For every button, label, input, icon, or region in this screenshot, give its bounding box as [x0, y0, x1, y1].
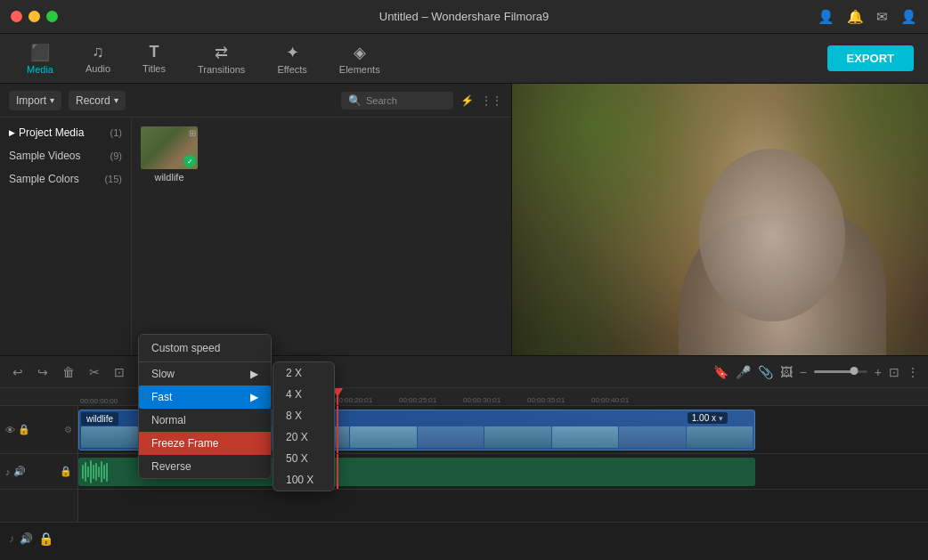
speed-20x[interactable]: 20 X: [273, 426, 334, 448]
media-item-label: wildlife: [141, 172, 198, 183]
minimize-button[interactable]: [28, 11, 40, 22]
context-menu-header: Custom speed: [139, 335, 271, 362]
window-controls[interactable]: [11, 11, 58, 22]
sidebar-sample-videos-count: (9): [110, 150, 122, 161]
record-button[interactable]: Record ▾: [69, 91, 126, 110]
ruler-label-0: 00:00:00:00: [78, 397, 118, 405]
ctx-item-freeze-frame[interactable]: Freeze Frame: [139, 432, 271, 455]
ctx-item-fast[interactable]: Fast ▶: [139, 386, 271, 409]
video-track-label: 👁 🔒 ⚙: [0, 406, 77, 454]
photo-icon[interactable]: 🖼: [780, 365, 793, 379]
ctx-item-reverse[interactable]: Reverse: [139, 455, 271, 478]
add-track-icon[interactable]: 🔒: [38, 532, 53, 546]
zoom-out-icon[interactable]: −: [800, 365, 807, 379]
speed-8x[interactable]: 8 X: [273, 405, 334, 426]
speed-100x[interactable]: 100 X: [273, 469, 334, 491]
eye-icon[interactable]: 👁: [5, 425, 15, 435]
tab-transitions[interactable]: ⇄ Transitions: [185, 39, 257, 78]
notification-icon[interactable]: 🔔: [847, 9, 864, 25]
tab-media[interactable]: ⬛ Media: [14, 39, 66, 78]
ruler-label-8: 00:00:40:01: [591, 396, 629, 404]
tab-media-label: Media: [27, 64, 53, 75]
sidebar-sample-colors-label: Sample Colors: [9, 173, 79, 185]
elements-icon: ◈: [354, 43, 366, 62]
crop-button[interactable]: ⊡: [110, 363, 128, 381]
mail-icon[interactable]: ✉: [876, 9, 888, 25]
ctx-slow-arrow-icon: ▶: [250, 368, 258, 380]
tab-titles-label: Titles: [142, 63, 166, 74]
redo-button[interactable]: ↪: [34, 363, 52, 381]
mic-icon[interactable]: 🎤: [736, 365, 751, 379]
zoom-fill: [814, 370, 854, 373]
import-button[interactable]: Import ▾: [9, 91, 61, 110]
maximize-button[interactable]: [46, 11, 58, 22]
clip-frame: [418, 426, 484, 448]
cut-button[interactable]: ✂: [85, 363, 103, 381]
ruler-mark: 00:00:40:01: [591, 393, 655, 405]
user-icon[interactable]: 👤: [818, 9, 834, 25]
tab-elements[interactable]: ◈ Elements: [327, 39, 393, 78]
sidebar-item-project-media[interactable]: ▶ Project Media (1): [0, 121, 131, 144]
speed-50x[interactable]: 50 X: [273, 448, 334, 469]
titlebar: Untitled – Wondershare Filmora9 👤 🔔 ✉ 👤: [0, 0, 928, 34]
add-track-row: ♪ 🔊 🔒: [0, 522, 928, 554]
bookmark-icon[interactable]: 🔖: [713, 365, 729, 379]
export-button[interactable]: EXPORT: [827, 45, 914, 71]
wave-bar: [87, 467, 89, 476]
tab-audio[interactable]: ♫ Audio: [73, 39, 123, 77]
wave-bar: [95, 463, 97, 481]
zoom-thumb[interactable]: [850, 367, 858, 375]
grid-overlay-icon: ⊞: [189, 128, 196, 138]
record-chevron-icon: ▾: [114, 95, 118, 105]
ruler-mark: 00:00:25:01: [399, 393, 463, 405]
speed-4x[interactable]: 4 X: [273, 384, 334, 405]
ctx-slow-label: Slow: [151, 368, 175, 380]
wave-bar: [93, 465, 94, 478]
wave-bar: [101, 461, 102, 483]
speed-submenu: 2 X 4 X 8 X 20 X 50 X 100 X: [273, 361, 335, 491]
zoom-slider[interactable]: [814, 370, 867, 373]
wave-bar: [82, 465, 84, 480]
clip-frame: [552, 426, 619, 448]
ruler-mark: 00:00:35:01: [527, 393, 591, 405]
media-item-wildlife[interactable]: ⊞ ✓ wildlife: [141, 126, 198, 183]
sidebar-project-media-label: Project Media: [19, 126, 84, 139]
ruler-mark: 00:00:30:01: [463, 393, 527, 405]
clip-frame: [619, 426, 686, 448]
undo-button[interactable]: ↩: [9, 363, 27, 381]
audio-lock-icon[interactable]: 🔒: [60, 466, 72, 477]
sidebar-item-sample-videos[interactable]: Sample Videos (9): [0, 144, 131, 167]
sidebar-project-media-count: (1): [110, 127, 122, 138]
audio-vol-icon[interactable]: 🔊: [13, 466, 26, 477]
wave-bar: [90, 460, 92, 483]
speed-badge[interactable]: 1.00 x ▾: [688, 412, 728, 424]
music-note-icon: ♪: [9, 532, 14, 545]
clip-icon[interactable]: 📎: [758, 365, 773, 379]
search-input[interactable]: [366, 95, 446, 106]
wave-bar: [103, 465, 105, 480]
account-icon[interactable]: 👤: [900, 9, 917, 25]
tab-titles[interactable]: T Titles: [130, 39, 178, 77]
speed-2x[interactable]: 2 X: [273, 362, 334, 384]
search-box[interactable]: 🔍: [341, 92, 453, 110]
settings-icon[interactable]: ⋮: [907, 365, 919, 379]
grid-icon[interactable]: ⋮⋮: [481, 94, 502, 107]
titlebar-icons: 👤 🔔 ✉ 👤: [818, 9, 917, 25]
fit-icon[interactable]: ⊡: [889, 365, 900, 379]
tab-effects[interactable]: ✦ Effects: [265, 39, 319, 78]
media-icon: ⬛: [30, 43, 50, 62]
zoom-in-icon[interactable]: +: [875, 365, 882, 379]
playhead-line[interactable]: [337, 388, 338, 405]
ctx-item-slow[interactable]: Slow ▶: [139, 362, 271, 386]
lock-icon[interactable]: 🔒: [18, 424, 30, 435]
filter-icon[interactable]: ⚡: [460, 94, 474, 107]
close-button[interactable]: [11, 11, 22, 22]
delete-button[interactable]: 🗑: [59, 363, 78, 381]
window-title: Untitled – Wondershare Filmora9: [379, 10, 549, 23]
tab-effects-label: Effects: [277, 64, 306, 75]
sidebar-item-sample-colors[interactable]: Sample Colors (15): [0, 167, 131, 191]
context-menu: Custom speed Slow ▶ Fast ▶ Normal Freeze…: [138, 334, 272, 479]
wave-bar: [106, 463, 108, 482]
ctx-item-normal[interactable]: Normal: [139, 409, 271, 432]
track-settings-icon[interactable]: ⚙: [64, 425, 72, 434]
